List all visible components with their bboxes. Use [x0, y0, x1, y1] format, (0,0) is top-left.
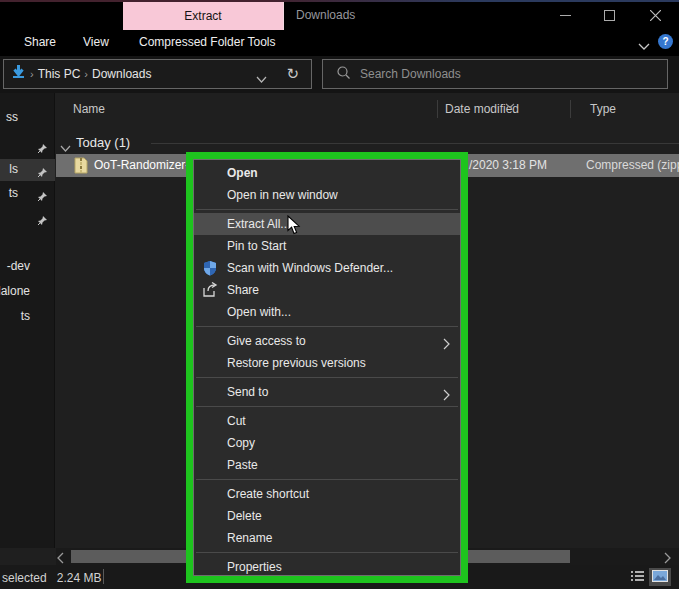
ribbon-collapse-button[interactable] [638, 37, 650, 55]
chevron-down-icon [638, 37, 650, 54]
breadcrumb-this-pc[interactable]: This PC [38, 67, 81, 81]
column-divider[interactable] [570, 100, 571, 118]
submenu-arrow-icon [443, 386, 450, 408]
menu-item-paste[interactable]: Paste [194, 454, 460, 476]
menu-separator [196, 406, 458, 407]
window-title: Downloads [296, 8, 355, 22]
explorer-window: Extract Downloads Share View Compressed … [0, 0, 679, 589]
pin-icon [37, 188, 48, 206]
menu-item-share[interactable]: Share [194, 279, 460, 301]
maximize-icon [604, 10, 615, 21]
menu-item-send-to[interactable]: Send to [194, 381, 460, 403]
breadcrumb-downloads[interactable]: Downloads [92, 67, 151, 81]
contextual-tab-extract[interactable]: Extract [123, 2, 283, 30]
context-menu: Open Open in new window Extract All... P… [193, 159, 461, 576]
menu-item-open[interactable]: Open [194, 162, 460, 184]
help-icon[interactable]: ? [658, 34, 673, 49]
details-view-button[interactable] [628, 568, 646, 586]
minimize-button[interactable] [543, 0, 587, 30]
menu-separator [196, 326, 458, 327]
refresh-icon[interactable]: ↻ [286, 65, 299, 83]
column-divider[interactable] [437, 100, 438, 118]
menu-separator [196, 479, 458, 480]
menu-separator [196, 552, 458, 553]
annotation-highlight-box: Open Open in new window Extract All... P… [186, 152, 468, 583]
menu-item-cut[interactable]: Cut [194, 410, 460, 432]
selection-status: selected 2.24 MB [2, 571, 101, 585]
sidebar-item-dev[interactable]: -dev [0, 256, 55, 278]
column-header-name[interactable]: Name [73, 102, 105, 116]
downloads-folder-icon [11, 64, 26, 84]
menu-item-open-in-new-window[interactable]: Open in new window [194, 184, 460, 206]
group-header-rule [151, 143, 679, 144]
menu-item-restore-previous-versions[interactable]: Restore previous versions [194, 352, 460, 374]
menu-item-delete[interactable]: Delete [194, 505, 460, 527]
menu-item-extract-all[interactable]: Extract All... [194, 213, 460, 235]
menu-item-scan-with-windows-defender[interactable]: Scan with Windows Defender... [194, 257, 460, 279]
search-icon [337, 65, 350, 83]
sidebar-item-standalone[interactable]: ndalone [0, 281, 55, 303]
status-divider [103, 569, 104, 584]
breadcrumb-separator: › [30, 68, 34, 80]
details-view-icon [631, 568, 644, 586]
menu-item-rename[interactable]: Rename [194, 527, 460, 549]
menu-separator [196, 377, 458, 378]
sidebar-item-pinned[interactable] [0, 207, 55, 229]
tab-view[interactable]: View [83, 35, 109, 49]
group-header-label: Today (1) [76, 135, 130, 150]
tab-share[interactable]: Share [24, 35, 56, 49]
sidebar-item-pinned[interactable] [0, 135, 55, 157]
tab-compressed-folder-tools[interactable]: Compressed Folder Tools [139, 35, 276, 49]
sidebar-item-ts[interactable]: ts [0, 306, 55, 328]
menu-item-create-shortcut[interactable]: Create shortcut [194, 483, 460, 505]
mouse-cursor-icon [287, 215, 301, 239]
pin-icon [37, 212, 48, 230]
sidebar-item-documents[interactable]: ts [0, 183, 55, 205]
address-row: › This PC › Downloads ↻ [0, 56, 679, 93]
menu-item-give-access-to[interactable]: Give access to [194, 330, 460, 352]
title-bar: Extract Downloads [0, 0, 679, 30]
minimize-icon [560, 10, 571, 21]
file-type: Compressed (zipp [586, 158, 679, 172]
thumbnail-view-icon [652, 568, 668, 586]
maximize-button[interactable] [587, 0, 631, 30]
breadcrumb-separator: › [84, 68, 88, 80]
search-input[interactable] [360, 67, 640, 81]
menu-item-properties[interactable]: Properties [194, 556, 460, 576]
sort-indicator-icon [505, 95, 515, 113]
file-name: OoT-Randomizer- [94, 158, 189, 172]
ribbon-tab-row: Share View Compressed Folder Tools [0, 30, 679, 56]
address-bar[interactable]: › This PC › Downloads ↻ [3, 59, 312, 89]
navigation-pane: ss ls ts -dev ndalone [0, 93, 55, 548]
close-icon [650, 10, 661, 21]
menu-item-copy[interactable]: Copy [194, 432, 460, 454]
file-date-modified: /2020 3:18 PM [469, 158, 547, 172]
menu-item-open-with[interactable]: Open with... [194, 301, 460, 323]
menu-separator [196, 209, 458, 210]
menu-item-pin-to-start[interactable]: Pin to Start [194, 235, 460, 257]
address-dropdown-icon[interactable] [256, 70, 267, 88]
zip-file-icon [74, 157, 88, 178]
search-box[interactable] [322, 59, 668, 89]
sidebar-item-downloads[interactable]: ls [0, 159, 55, 181]
pin-icon [37, 164, 48, 182]
thumbnail-view-button[interactable] [649, 568, 671, 586]
group-header[interactable]: Today (1) [56, 132, 679, 154]
pin-icon [37, 140, 48, 158]
column-header-type[interactable]: Type [590, 102, 616, 116]
sidebar-item-quick-access[interactable]: ss [0, 107, 55, 129]
close-button[interactable] [633, 0, 677, 30]
